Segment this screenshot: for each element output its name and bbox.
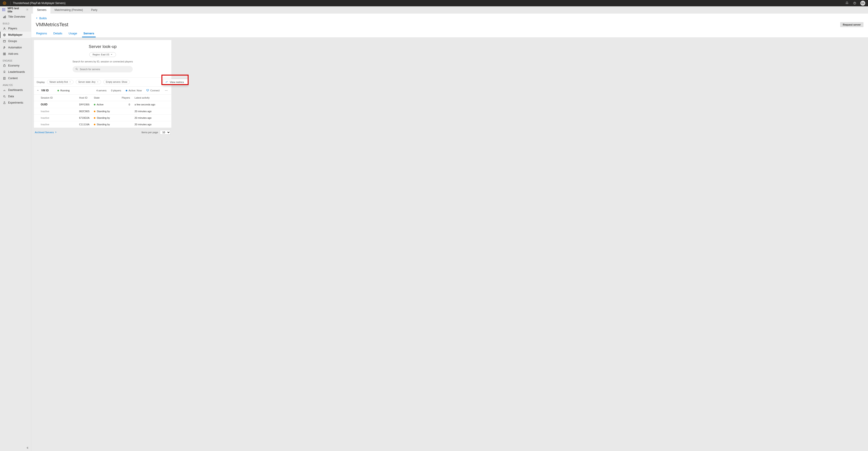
sidebar-item-groups[interactable]: Groups xyxy=(0,38,31,44)
tab-party[interactable]: Party xyxy=(87,6,101,13)
chevron-right-icon xyxy=(55,131,57,134)
table-row[interactable]: Inactive 6719D2A Standing by 20 minutes … xyxy=(34,115,172,121)
addons-icon xyxy=(3,52,6,55)
search-input[interactable] xyxy=(72,66,133,72)
breadcrumb-back[interactable]: Builds xyxy=(36,16,864,21)
sidebar-item-label: Players xyxy=(8,27,17,30)
request-server-button[interactable]: Request server xyxy=(840,22,864,27)
cell-session: Inactive xyxy=(41,123,79,126)
vm-active: Active: Now xyxy=(126,89,142,92)
svg-rect-14 xyxy=(4,54,5,55)
sidebar-item-label: Dashboards xyxy=(8,88,23,92)
vm-id-label: VM ID xyxy=(41,89,52,92)
expand-toggle[interactable] xyxy=(37,89,40,92)
sidebar-section-build: Build xyxy=(0,20,31,25)
sidebar-item-economy[interactable]: Economy xyxy=(0,62,31,69)
subtab-servers[interactable]: Servers xyxy=(83,30,95,37)
subtab-usage[interactable]: Usage xyxy=(68,30,78,37)
collapse-sidebar-button[interactable] xyxy=(0,445,31,451)
servers-card: Server look-up Region: East US Search fo… xyxy=(34,40,172,128)
chevron-left-icon xyxy=(36,17,38,20)
context-menu: View metrics xyxy=(163,79,188,85)
table-row[interactable]: Inactive C11116A Standing by 20 minutes … xyxy=(34,121,172,128)
filters-bar: Display Newer activity first Server stat… xyxy=(34,78,172,87)
separator xyxy=(10,1,11,5)
archived-servers-link[interactable]: Archived Servers xyxy=(35,131,57,134)
svg-point-4 xyxy=(27,9,28,10)
svg-rect-19 xyxy=(147,89,149,91)
avatar[interactable]: RA xyxy=(860,1,865,6)
page-title: VMMetricsTest xyxy=(36,22,68,28)
sidebar-item-label: Data xyxy=(8,95,14,98)
subtabs: Regions Details Usage Servers xyxy=(36,30,864,37)
sidebar-item-label: Title Overview xyxy=(8,15,25,18)
content-header: Builds VMMetricsTest Request server Regi… xyxy=(31,13,868,37)
cell-activity: a few seconds ago xyxy=(130,103,169,106)
svg-rect-11 xyxy=(3,53,4,54)
sidebar-item-title-overview[interactable]: Title Overview xyxy=(0,13,31,20)
vm-status: Running xyxy=(57,89,70,92)
column-headers: Session ID Host ID State Players Latest … xyxy=(34,94,172,101)
filter-server-state[interactable]: Server state: Any xyxy=(76,80,101,84)
items-per-page-label: Items per page xyxy=(142,131,158,134)
cell-activity: 20 minutes ago xyxy=(130,110,169,113)
sidebar-item-content[interactable]: Content xyxy=(0,75,31,82)
cell-state: Standing by xyxy=(94,123,119,126)
sidebar-item-data[interactable]: Data xyxy=(0,93,31,99)
more-actions-button[interactable]: ··· xyxy=(164,89,169,92)
title-grid-icon xyxy=(2,8,6,12)
main-column: Servers Matchmaking (Preview) Party Buil… xyxy=(31,6,868,451)
notifications-icon[interactable] xyxy=(845,1,849,5)
subtab-regions[interactable]: Regions xyxy=(36,30,48,37)
tab-matchmaking[interactable]: Matchmaking (Preview) xyxy=(51,6,87,13)
sidebar: MPS test title Title Overview Build Play… xyxy=(0,6,31,451)
col-activity: Latest activity xyxy=(130,96,169,99)
chevron-down-icon xyxy=(69,81,71,83)
help-icon[interactable] xyxy=(852,1,857,5)
filter-empty-servers[interactable]: Empty servers: Show xyxy=(103,80,129,84)
title-selector[interactable]: MPS test title xyxy=(0,6,31,13)
sidebar-item-label: Leaderboards xyxy=(8,70,25,73)
server-lookup: Server look-up Region: East US Search fo… xyxy=(34,40,172,78)
table-row[interactable]: Inactive 062C9E5 Standing by 20 minutes … xyxy=(34,108,172,115)
svg-point-1 xyxy=(4,3,5,4)
sidebar-item-label: Economy xyxy=(8,64,20,67)
app-title: Thunderhead (PlayFab Multiplayer Servers… xyxy=(13,2,66,5)
search-icon xyxy=(75,68,78,71)
chevron-down-icon xyxy=(97,81,99,83)
lookup-hint: Search for servers by ID, session or con… xyxy=(34,60,172,63)
filter-newer-activity[interactable]: Newer activity first xyxy=(47,80,73,84)
sidebar-section-engage: Engage xyxy=(0,57,31,62)
tab-servers[interactable]: Servers xyxy=(33,6,51,13)
col-host: Host ID xyxy=(79,96,94,99)
cell-host: 6719D2A xyxy=(79,117,94,119)
sidebar-item-automation[interactable]: Automation xyxy=(0,44,31,51)
items-per-page-select[interactable]: 10 xyxy=(160,130,170,134)
sidebar-item-label: Multiplayer xyxy=(8,33,22,36)
col-session: Session ID xyxy=(41,96,79,99)
line-chart-icon xyxy=(165,81,168,84)
table-row[interactable]: GUID DFF2355 Active 0 a few seconds ago xyxy=(34,101,172,108)
sidebar-item-label: Content xyxy=(8,77,18,80)
cell-session: Inactive xyxy=(41,110,79,113)
table-footer: Archived Servers Items per page 10 xyxy=(34,128,172,137)
gear-icon[interactable] xyxy=(26,8,29,12)
cell-host: C11116A xyxy=(79,123,94,126)
sidebar-item-leaderboards[interactable]: Leaderboards xyxy=(0,69,31,75)
subtab-details[interactable]: Details xyxy=(53,30,63,37)
svg-point-17 xyxy=(3,95,5,97)
sidebar-item-multiplayer[interactable]: Multiplayer xyxy=(0,32,31,38)
sidebar-item-label: Groups xyxy=(8,39,17,43)
sidebar-item-addons[interactable]: Add-ons xyxy=(0,51,31,57)
data-icon xyxy=(3,95,6,98)
region-dropdown[interactable]: Region: East US xyxy=(89,52,116,57)
connect-button[interactable]: Connect xyxy=(146,89,160,92)
sidebar-item-players[interactable]: Players xyxy=(0,25,31,32)
sidebar-item-dashboards[interactable]: Dashboards xyxy=(0,87,31,93)
menu-item-view-metrics[interactable]: View metrics xyxy=(163,79,188,85)
sidebar-section-analyze: Analyze xyxy=(0,82,31,87)
sidebar-item-experiments[interactable]: Experiments xyxy=(0,99,31,106)
cell-state: Standing by xyxy=(94,117,119,119)
sidebar-item-label: Automation xyxy=(8,46,22,49)
svg-rect-10 xyxy=(3,40,5,42)
